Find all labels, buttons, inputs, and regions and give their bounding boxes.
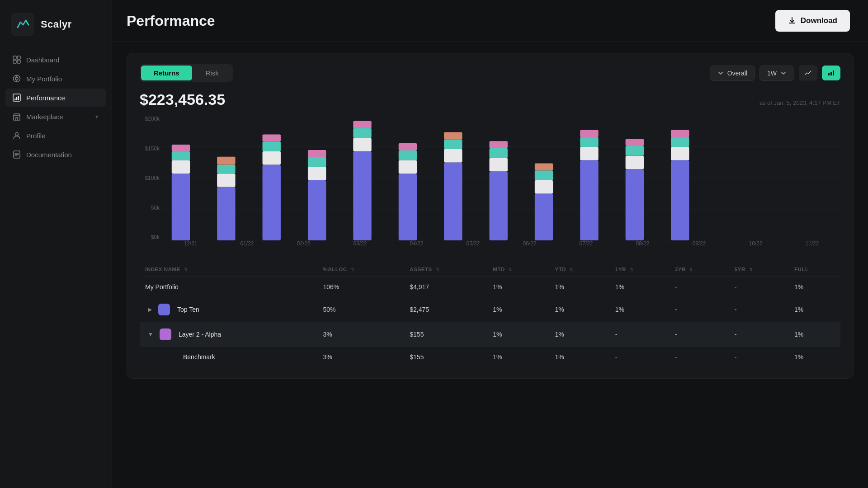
download-icon	[788, 17, 796, 25]
cell-3yr-benchmark: -	[670, 347, 729, 367]
expand-topten-button[interactable]: ▶	[145, 305, 155, 314]
cell-ytd-topten: 1%	[549, 297, 609, 322]
x-label-1022: 10/22	[749, 240, 762, 251]
svg-rect-69	[671, 160, 689, 240]
svg-rect-61	[580, 160, 598, 240]
svg-rect-46	[399, 160, 417, 174]
sort-icon-alloc: ⇅	[351, 267, 355, 272]
expand-layer2-button[interactable]: ▼	[145, 330, 156, 338]
chevron-down-icon	[717, 70, 724, 76]
sidebar: Scalyr Dashboard	[0, 0, 112, 488]
col-index-name[interactable]: INDEX NAME ⇅	[140, 262, 317, 277]
x-label-0322: 03/22	[353, 240, 367, 251]
logo-icon	[11, 13, 34, 36]
period-dropdown[interactable]: 1W	[760, 66, 794, 81]
x-label-1221: 12/21	[184, 240, 197, 251]
download-button[interactable]: Download	[775, 10, 850, 32]
svg-rect-48	[399, 143, 417, 150]
sidebar-label-documentation: Documentation	[26, 151, 72, 159]
cell-5yr-benchmark: -	[729, 347, 789, 367]
main-content: Performance Download Returns Risk	[112, 0, 868, 488]
chart-tabs: Returns Risk	[140, 64, 233, 82]
bar-group-0322	[308, 150, 326, 240]
sidebar-label-portfolio: My Portfolio	[26, 75, 62, 83]
chevron-down-icon: ▼	[94, 114, 99, 119]
sort-icon-1yr: ⇅	[630, 267, 634, 272]
sidebar-item-performance[interactable]: Performance	[5, 89, 106, 107]
cell-5yr-myportfolio: -	[729, 277, 789, 297]
line-chart-icon	[805, 70, 811, 76]
svg-rect-9	[14, 99, 16, 100]
svg-rect-28	[172, 145, 190, 151]
as-of-date: as of Jan. 5, 2023, 4:17 PM ET	[760, 99, 840, 106]
row-name-layer2alpha: ▼ Layer 2 - Alpha	[140, 322, 317, 347]
svg-rect-17	[828, 73, 830, 75]
topbar: Performance Download	[112, 0, 868, 42]
row-name-benchmark: Benchmark	[140, 347, 317, 367]
cell-3yr-myportfolio: -	[670, 277, 729, 297]
bar-group-1221	[172, 145, 190, 240]
cell-3yr-topten: -	[670, 297, 729, 322]
line-chart-toggle[interactable]	[799, 66, 817, 80]
y-axis-labels: $200k $150k $100k 50k $0k	[140, 116, 160, 251]
bar-group-0922	[580, 130, 598, 240]
col-ytd[interactable]: YTD ⇅	[549, 262, 609, 277]
col-alloc[interactable]: %ALLOC ⇅	[317, 262, 404, 277]
bar-group-0822	[535, 163, 553, 240]
bar-group-0422	[353, 121, 371, 240]
page-title: Performance	[127, 13, 215, 29]
svg-rect-66	[626, 156, 644, 169]
cell-assets-myportfolio: $4,917	[404, 277, 487, 297]
overall-dropdown[interactable]: Overall	[710, 66, 755, 81]
table-row: Benchmark 3% $155 1% 1% - - - 1%	[140, 347, 840, 367]
svg-rect-68	[626, 139, 644, 146]
dashboard-icon	[13, 56, 21, 64]
col-mtd[interactable]: MTD ⇅	[487, 262, 549, 277]
sidebar-label-marketplace: Marketplace	[26, 113, 63, 121]
table-row: My Portfolio 106% $4,917 1% 1% 1% - - 1%	[140, 277, 840, 297]
x-label-1122: 11/22	[805, 240, 819, 251]
cell-1yr-myportfolio: 1%	[610, 277, 670, 297]
svg-rect-65	[626, 169, 644, 240]
col-5yr[interactable]: 5YR ⇅	[729, 262, 789, 277]
sidebar-item-dashboard[interactable]: Dashboard	[5, 51, 106, 69]
cell-full-layer2: 1%	[789, 322, 840, 347]
svg-point-5	[15, 77, 18, 80]
col-3yr[interactable]: 3YR ⇅	[670, 262, 729, 277]
sidebar-item-documentation[interactable]: Documentation	[5, 145, 106, 164]
app-name: Scalyr	[41, 19, 72, 30]
svg-rect-70	[671, 147, 689, 160]
svg-rect-55	[489, 148, 507, 158]
cell-5yr-topten: -	[729, 297, 789, 322]
svg-rect-47	[399, 150, 417, 160]
cell-5yr-layer2: -	[729, 322, 789, 347]
row-name-myportfolio: My Portfolio	[140, 277, 317, 297]
x-label-0122: 01/22	[240, 240, 254, 251]
cell-alloc-layer2: 3%	[317, 322, 404, 347]
y-label-150k: $150k	[140, 145, 160, 152]
cell-assets-benchmark: $155	[404, 347, 487, 367]
table-row: ▼ Layer 2 - Alpha 3% $155 1% 1% - - - 1%	[140, 322, 840, 347]
svg-rect-25	[172, 174, 190, 240]
tab-returns[interactable]: Returns	[141, 66, 192, 80]
col-1yr[interactable]: 1YR ⇅	[610, 262, 670, 277]
svg-rect-49	[444, 163, 462, 241]
tab-risk[interactable]: Risk	[193, 66, 231, 80]
bar-chart-toggle[interactable]	[822, 66, 840, 80]
cell-alloc-myportfolio: 106%	[317, 277, 404, 297]
svg-rect-3	[17, 60, 20, 63]
bar-group-0522	[399, 143, 417, 240]
bar-group-0122	[217, 157, 235, 240]
cell-assets-topten: $2,475	[404, 297, 487, 322]
main-value: $223,456.35	[140, 91, 225, 108]
svg-rect-52	[444, 132, 462, 139]
color-indicator-layer2	[160, 328, 171, 340]
doc-icon	[13, 150, 21, 159]
cell-ytd-benchmark: 1%	[549, 347, 609, 367]
col-assets[interactable]: ASSETS ⇅	[404, 262, 487, 277]
svg-rect-44	[353, 121, 371, 128]
sidebar-item-portfolio[interactable]: My Portfolio	[5, 70, 106, 88]
sidebar-item-profile[interactable]: Profile	[5, 127, 106, 145]
sidebar-item-marketplace[interactable]: Marketplace ▼	[5, 108, 106, 126]
svg-rect-37	[308, 180, 326, 240]
